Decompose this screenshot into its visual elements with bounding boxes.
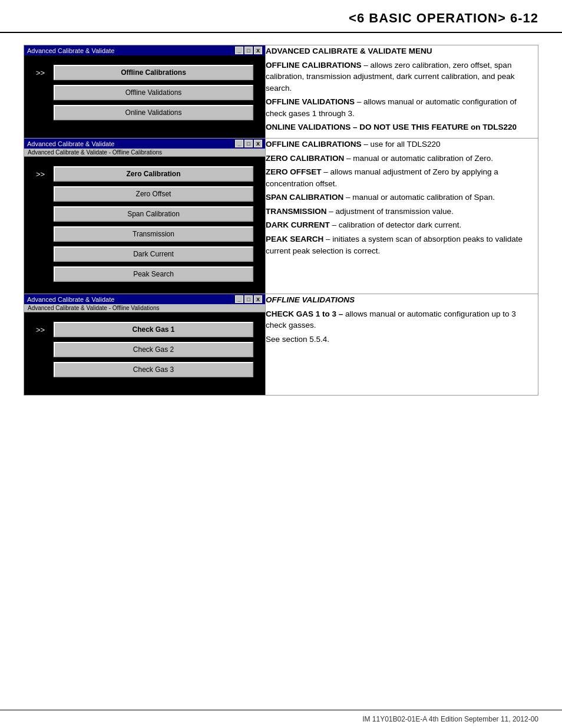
page-title: <6 BASIC OPERATION> 6-12 xyxy=(349,11,538,25)
win-arrow-placeholder-0-2 xyxy=(36,108,48,117)
win-titlebar-controls-1: _ □ X xyxy=(235,140,262,147)
desc-heading-0-0: ADVANCED CALIBRATE & VALIDATE MENU xyxy=(266,45,538,57)
win-button-1-2[interactable]: Span Calibration xyxy=(54,206,253,222)
win-button-1-0[interactable]: Zero Calibration xyxy=(54,166,253,182)
win-row-1-5: Peak Search xyxy=(36,266,253,282)
win-minimize-btn-0[interactable]: _ xyxy=(235,47,243,54)
win-body-0: >>Offline Calibrations Offline Validatio… xyxy=(24,55,265,138)
left-cell-2: Advanced Calibrate & Validate _ □ X Adva… xyxy=(24,294,266,396)
win-row-2-1: Check Gas 2 xyxy=(36,342,253,357)
win-dialog-1: Advanced Calibrate & Validate _ □ X Adva… xyxy=(24,139,265,294)
win-arrow-placeholder-1-4 xyxy=(36,250,48,259)
right-cell-1: OFFLINE CALIBRATIONS – use for all TDLS2… xyxy=(266,139,538,294)
win-button-1-1[interactable]: Zero Offset xyxy=(54,186,253,202)
desc-para-0-2: OFFLINE VALIDATIONS – allows manual or a… xyxy=(266,96,538,119)
page-wrapper: <6 BASIC OPERATION> 6-12 Advanced Calibr… xyxy=(0,0,562,728)
win-row-1-3: Transmission xyxy=(36,226,253,242)
win-dialog-0: Advanced Calibrate & Validate _ □ X >>Of… xyxy=(24,45,265,138)
win-titlebar-1: Advanced Calibrate & Validate _ □ X xyxy=(24,139,265,149)
desc-para-2-1: CHECK GAS 1 to 3 – allows manual or auto… xyxy=(266,308,538,331)
win-button-0-0[interactable]: Offline Calibrations xyxy=(54,65,253,80)
win-row-2-0: >>Check Gas 1 xyxy=(36,322,253,337)
win-arrow-placeholder-1-1 xyxy=(36,190,48,199)
win-arrow-2: >> xyxy=(36,325,48,334)
win-titlebar-title-0: Advanced Calibrate & Validate xyxy=(27,47,114,54)
win-arrow-0: >> xyxy=(36,68,48,77)
win-maximize-btn-0[interactable]: □ xyxy=(244,47,253,54)
content-table: Advanced Calibrate & Validate _ □ X >>Of… xyxy=(24,45,538,396)
win-button-1-5[interactable]: Peak Search xyxy=(54,266,253,282)
win-subtitle-2: Advanced Calibrate & Validate - Offline … xyxy=(24,304,265,312)
win-button-2-2[interactable]: Check Gas 3 xyxy=(54,362,253,377)
win-arrow-placeholder-1-2 xyxy=(36,210,48,219)
desc-para-0-3: ONLINE VALIDATIONS – DO NOT USE THIS FEA… xyxy=(266,121,538,133)
win-row-2-2: Check Gas 3 xyxy=(36,362,253,377)
win-row-0-1: Offline Validations xyxy=(36,85,253,100)
page-footer: IM 11Y01B02-01E-A 4th Edition September … xyxy=(0,710,562,728)
win-body-2: >>Check Gas 1 Check Gas 2 Check Gas 3 xyxy=(24,312,265,395)
win-row-1-4: Dark Current xyxy=(36,246,253,262)
left-cell-1: Advanced Calibrate & Validate _ □ X Adva… xyxy=(24,139,266,294)
win-row-0-0: >>Offline Calibrations xyxy=(36,65,253,80)
win-row-1-0: >>Zero Calibration xyxy=(36,166,253,182)
win-arrow-1: >> xyxy=(36,170,48,179)
desc-para-1-0: OFFLINE CALIBRATIONS – use for all TDLS2… xyxy=(266,139,538,150)
win-arrow-placeholder-2-2 xyxy=(36,365,48,374)
left-cell-0: Advanced Calibrate & Validate _ □ X >>Of… xyxy=(24,45,266,139)
win-maximize-btn-1[interactable]: □ xyxy=(244,140,253,147)
win-subtitle-1: Advanced Calibrate & Validate - Offline … xyxy=(24,149,265,157)
win-titlebar-title-1: Advanced Calibrate & Validate xyxy=(27,140,114,147)
win-titlebar-title-2: Advanced Calibrate & Validate xyxy=(27,296,114,303)
desc-para-2-0: OFFLINE VALIDATIONS xyxy=(266,294,538,306)
win-maximize-btn-2[interactable]: □ xyxy=(244,295,253,303)
win-minimize-btn-1[interactable]: _ xyxy=(235,140,243,147)
win-row-0-2: Online Validations xyxy=(36,105,253,120)
desc-para-1-5: DARK CURRENT – calibration of detector d… xyxy=(266,219,538,231)
win-row-1-1: Zero Offset xyxy=(36,186,253,202)
desc-para-1-4: TRANSMISSION – adjustment of transmissio… xyxy=(266,206,538,218)
right-cell-0: ADVANCED CALIBRATE & VALIDATE MENUOFFLIN… xyxy=(266,45,538,139)
win-button-1-3[interactable]: Transmission xyxy=(54,226,253,242)
win-arrow-placeholder-0-1 xyxy=(36,88,48,97)
desc-para-1-1: ZERO CALIBRATION – manual or automatic c… xyxy=(266,153,538,164)
win-button-0-1[interactable]: Offline Validations xyxy=(54,85,253,100)
win-close-btn-2[interactable]: X xyxy=(254,295,262,303)
win-titlebar-controls-2: _ □ X xyxy=(235,295,262,303)
footer-text: IM 11Y01B02-01E-A 4th Edition September … xyxy=(362,715,538,723)
win-button-2-0[interactable]: Check Gas 1 xyxy=(54,322,253,337)
win-button-1-4[interactable]: Dark Current xyxy=(54,246,253,262)
win-arrow-placeholder-1-5 xyxy=(36,270,48,279)
win-close-btn-0[interactable]: X xyxy=(254,47,262,54)
win-arrow-placeholder-1-3 xyxy=(36,230,48,239)
right-cell-2: OFFLINE VALIDATIONSCHECK GAS 1 to 3 – al… xyxy=(266,294,538,396)
win-titlebar-0: Advanced Calibrate & Validate _ □ X xyxy=(24,45,265,55)
win-titlebar-controls-0: _ □ X xyxy=(235,47,262,54)
desc-para-0-1: OFFLINE CALIBRATIONS – allows zero calib… xyxy=(266,60,538,94)
win-button-2-1[interactable]: Check Gas 2 xyxy=(54,342,253,357)
win-arrow-placeholder-2-1 xyxy=(36,345,48,354)
win-row-1-2: Span Calibration xyxy=(36,206,253,222)
main-content: Advanced Calibrate & Validate _ □ X >>Of… xyxy=(0,33,562,407)
win-titlebar-2: Advanced Calibrate & Validate _ □ X xyxy=(24,294,265,304)
win-minimize-btn-2[interactable]: _ xyxy=(235,295,243,303)
desc-para-1-6: PEAK SEARCH – initiates a system scan of… xyxy=(266,233,538,256)
win-button-0-2[interactable]: Online Validations xyxy=(54,105,253,120)
win-dialog-2: Advanced Calibrate & Validate _ □ X Adva… xyxy=(24,294,265,395)
win-close-btn-1[interactable]: X xyxy=(254,140,262,147)
desc-para-1-2: ZERO OFFSET – allows manual adjustment o… xyxy=(266,166,538,189)
desc-para-1-3: SPAN CALIBRATION – manual or automatic c… xyxy=(266,192,538,203)
page-header: <6 BASIC OPERATION> 6-12 xyxy=(0,0,562,33)
win-body-1: >>Zero Calibration Zero Offset Span Cali… xyxy=(24,157,265,294)
desc-para-2-2: See section 5.5.4. xyxy=(266,334,538,345)
